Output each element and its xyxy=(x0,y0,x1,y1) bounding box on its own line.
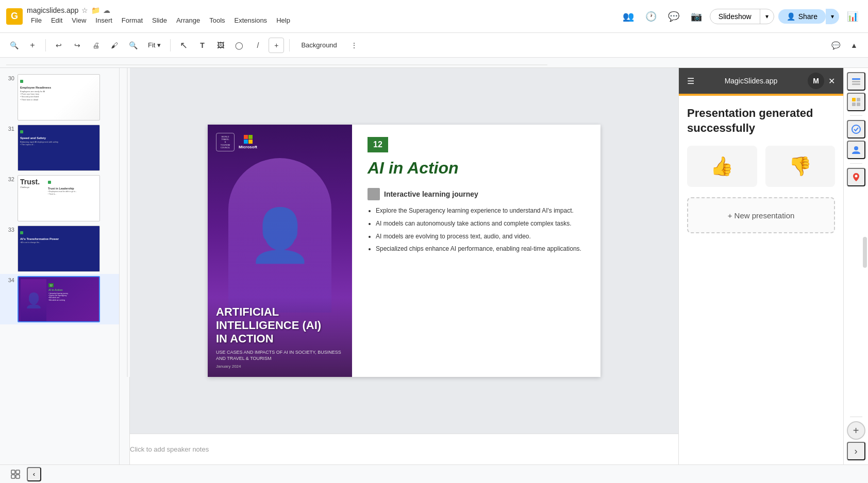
comments-btn[interactable]: 💬 xyxy=(664,7,683,26)
panel-collapse-btn[interactable]: ‹ xyxy=(27,467,41,481)
add-btn[interactable]: + xyxy=(25,38,40,53)
app-logo-char: G xyxy=(11,11,18,22)
zoom-out-btn[interactable]: 🔍 xyxy=(125,38,141,53)
location-icon xyxy=(851,172,861,182)
background-btn[interactable]: Background xyxy=(295,39,343,51)
history-btn[interactable]: 🕐 xyxy=(642,7,660,26)
person-silhouette: 👤 xyxy=(228,158,331,313)
cloud-icon[interactable]: ☁ xyxy=(103,6,110,14)
cursor-btn[interactable]: ↖ xyxy=(176,38,191,53)
menu-tools[interactable]: Tools xyxy=(205,14,229,26)
shapes-btn[interactable]: ◯ xyxy=(231,38,247,53)
sidebar-expand-btn[interactable]: › xyxy=(847,442,865,460)
svg-rect-8 xyxy=(857,98,860,101)
slideshow-main-btn[interactable]: Slideshow xyxy=(710,9,760,24)
new-presentation-btn[interactable]: + New presentation xyxy=(687,197,835,233)
check-circle-icon xyxy=(851,124,861,134)
canvas-inner: WORLDTRAVEL&TOURISMCOUNCIL Microsoft xyxy=(120,68,678,464)
slide-num-34: 34 xyxy=(4,276,14,283)
person-icon-btn[interactable] xyxy=(847,141,865,159)
slideshow-dropdown-btn[interactable]: ▾ xyxy=(760,10,774,23)
slide-num-33: 33 xyxy=(4,226,14,233)
slide-thumb-34: 👤 12 AI in Action • Interactive learning… xyxy=(18,276,100,322)
sidebar-divider-3 xyxy=(850,417,862,417)
active-slide: WORLDTRAVEL&TOURISMCOUNCIL Microsoft xyxy=(208,125,600,377)
zoom-dropdown[interactable]: Fit ▾ xyxy=(144,39,165,51)
app-title: magicslides.app xyxy=(27,6,78,14)
template-icon-btn[interactable] xyxy=(847,93,865,111)
text-btn[interactable]: T xyxy=(194,38,210,53)
thumbs-down-btn[interactable]: 👎 xyxy=(765,146,836,187)
microsoft-text: Microsoft xyxy=(239,145,257,149)
magic-close-btn[interactable]: ✕ xyxy=(828,76,835,86)
svg-rect-0 xyxy=(6,58,547,67)
toolbar-divider-2 xyxy=(170,39,171,51)
lines-btn[interactable]: / xyxy=(250,38,265,53)
redo-btn[interactable]: ↪ xyxy=(70,38,85,53)
comments-toolbar-btn[interactable]: 💬 xyxy=(828,38,843,53)
svg-rect-4 xyxy=(852,78,860,80)
thumbs-down-icon: 👎 xyxy=(789,156,812,177)
zoom-label: Fit xyxy=(148,41,155,49)
share-dropdown-btn[interactable]: ▾ xyxy=(826,9,839,24)
collaborators-btn[interactable]: 👥 xyxy=(619,7,638,26)
plus-btn[interactable]: + xyxy=(269,38,284,53)
camera-btn[interactable]: 📷 xyxy=(687,7,706,26)
svg-rect-15 xyxy=(16,470,20,474)
share-icon: 👤 xyxy=(787,12,795,21)
slide-section-title: Interactive learning journey xyxy=(384,190,478,198)
share-btn[interactable]: 👤 Share xyxy=(778,9,826,24)
folder-icon[interactable]: 📁 xyxy=(91,6,100,14)
menu-edit[interactable]: Edit xyxy=(47,14,66,26)
svg-rect-6 xyxy=(852,83,860,85)
menu-insert[interactable]: Insert xyxy=(91,14,116,26)
layers-icon-btn[interactable] xyxy=(847,72,865,91)
menu-file[interactable]: File xyxy=(27,14,46,26)
speaker-notes[interactable]: Click to add speaker notes xyxy=(120,434,678,464)
ms-grid xyxy=(244,135,253,144)
magic-success-title: Presentation generated successfully xyxy=(687,106,835,135)
sidebar-add-btn[interactable]: + xyxy=(847,421,865,440)
slide-item-33[interactable]: 33 AI's Transformative Power • AI is set… xyxy=(0,223,119,274)
menu-format[interactable]: Format xyxy=(118,14,147,26)
undo-btn[interactable]: ↩ xyxy=(51,38,66,53)
ms-red xyxy=(244,135,248,139)
more-options-btn[interactable]: ⋮ xyxy=(346,38,362,53)
star-icon[interactable]: ☆ xyxy=(81,6,88,14)
slide-canvas-wrapper: WORLDTRAVEL&TOURISMCOUNCIL Microsoft xyxy=(120,68,678,434)
menu-arrange[interactable]: Arrange xyxy=(172,14,204,26)
hamburger-icon[interactable]: ☰ xyxy=(687,76,694,86)
location-icon-btn[interactable] xyxy=(847,168,865,186)
charts-btn[interactable]: 📊 xyxy=(843,7,862,26)
menu-view[interactable]: View xyxy=(68,14,90,26)
slide-thumb-30: Employee Readiness Employees are ready f… xyxy=(18,74,100,120)
menu-help[interactable]: Help xyxy=(272,14,294,26)
menu-extensions[interactable]: Extensions xyxy=(230,14,272,26)
slide-logos: WORLDTRAVEL&TOURISMCOUNCIL Microsoft xyxy=(216,133,257,151)
bullet-3: AI models are evolving to process text, … xyxy=(376,232,590,241)
slide-num-30: 30 xyxy=(4,74,14,81)
main-area: 30 Employee Readiness Employees are read… xyxy=(0,68,868,464)
print-btn[interactable]: 🖨 xyxy=(88,38,104,53)
toolbar-divider-3 xyxy=(289,39,290,51)
slide-item-30[interactable]: 30 Employee Readiness Employees are read… xyxy=(0,72,119,123)
slide-left-subtitle: USE CASES AND IMPACTS OF AI IN SOCIETY, … xyxy=(216,349,344,362)
image-btn[interactable]: 🖼 xyxy=(213,38,228,53)
slide-item-31[interactable]: 31 Speed and Safety Balancing rapid AI d… xyxy=(0,123,119,173)
grid-view-btn[interactable] xyxy=(8,467,23,481)
check-icon-btn[interactable] xyxy=(847,120,865,139)
world-travel-logo: WORLDTRAVEL&TOURISMCOUNCIL xyxy=(216,133,235,151)
paint-btn[interactable]: 🖌 xyxy=(107,38,122,53)
thumbs-up-btn[interactable]: 👍 xyxy=(687,146,757,187)
collapse-btn[interactable]: ▲ xyxy=(846,38,862,53)
menu-slide[interactable]: Slide xyxy=(148,14,171,26)
slide-item-34[interactable]: 34 👤 12 AI in Action • Interactive learn… xyxy=(0,274,119,324)
microsoft-logo-group: Microsoft xyxy=(239,135,257,149)
topbar: G magicslides.app ☆ 📁 ☁ File Edit View I… xyxy=(0,0,868,33)
slide-section-icon xyxy=(368,188,380,200)
slide-thumb-33: AI's Transformative Power • AI is set to… xyxy=(18,226,100,272)
svg-rect-7 xyxy=(852,98,856,101)
slide-item-32[interactable]: 32 Trust. Challenge Trust in Leadership … xyxy=(0,173,119,223)
slide-left-date: January 2024 xyxy=(216,364,344,369)
zoom-in-btn[interactable]: 🔍 xyxy=(6,38,22,53)
